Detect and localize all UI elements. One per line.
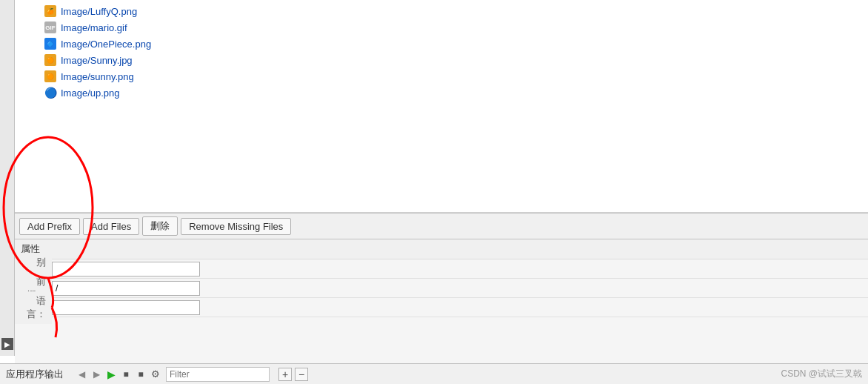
status-bar: 应用程序输出 ◀ ▶ ▶ ■ ■ ⚙ + − CSDN @试试三叉戟 <box>0 363 868 384</box>
file-name: Image/Sunny.jpg <box>61 55 133 66</box>
watermark: CSDN @试试三叉戟 <box>781 368 862 380</box>
stop2-icon[interactable]: ■ <box>135 368 147 380</box>
list-item[interactable]: 🍊 Image/LuffyQ.png <box>15 3 868 19</box>
language-input[interactable] <box>52 300 200 315</box>
plus-minus-area: + − <box>278 368 308 381</box>
file-name: Image/up.png <box>61 87 120 99</box>
file-list-area: 🍊 Image/LuffyQ.png GIF Image/mario.gif 🔷… <box>15 0 868 212</box>
bottom-panel: Add Prefix Add Files 删除 Remove Missing F… <box>15 213 868 384</box>
status-left: 应用程序输出 ◀ ▶ ▶ ■ ■ ⚙ + − <box>6 367 781 382</box>
forward-icon[interactable]: ▶ <box>90 368 102 380</box>
status-label: 应用程序输出 <box>6 368 64 381</box>
properties-header: 属性 <box>15 239 868 259</box>
filter-input[interactable] <box>166 367 270 382</box>
play-icon[interactable]: ▶ <box>105 368 117 380</box>
settings-icon[interactable]: ⚙ <box>150 368 161 380</box>
list-item[interactable]: 🔷 Image/OnePiece.png <box>15 36 868 52</box>
file-type-icon: 🍊 <box>44 5 56 17</box>
file-type-icon: 🟠 <box>44 54 56 66</box>
status-icons: ◀ ▶ ▶ ■ ■ ⚙ <box>76 368 161 380</box>
back-icon[interactable]: ◀ <box>76 368 87 380</box>
plus-button[interactable]: + <box>278 368 292 381</box>
file-name: Image/OnePiece.png <box>61 39 151 50</box>
file-name: Image/sunny.png <box>61 71 134 82</box>
add-prefix-button[interactable]: Add Prefix <box>19 218 80 235</box>
properties-area: 属性 别名： 前缀： 语言： <box>15 239 868 317</box>
list-item[interactable]: 🟠 Image/Sunny.jpg <box>15 52 868 68</box>
file-type-icon: GIF <box>44 21 56 33</box>
file-type-icon: 🟠 <box>44 70 56 82</box>
prefix-row: 前缀： <box>15 279 868 298</box>
add-files-button[interactable]: Add Files <box>83 218 139 235</box>
delete-button[interactable]: 删除 <box>142 216 178 236</box>
list-item[interactable]: 🔵 Image/up.png <box>15 85 868 101</box>
file-name: Image/LuffyQ.png <box>61 6 137 17</box>
minus-button[interactable]: − <box>295 368 308 381</box>
list-item[interactable]: GIF Image/mario.gif <box>15 19 868 36</box>
alias-input[interactable] <box>52 262 200 277</box>
language-label: 语言： <box>15 291 52 324</box>
alias-row: 别名： <box>15 259 868 279</box>
remove-missing-files-button[interactable]: Remove Missing Files <box>181 218 291 235</box>
left-sidebar: ▶ <box>0 0 15 356</box>
toolbar-row: Add Prefix Add Files 删除 Remove Missing F… <box>15 213 868 239</box>
prefix-input[interactable] <box>52 281 200 296</box>
list-item[interactable]: 🟠 Image/sunny.png <box>15 68 868 85</box>
file-name: Image/mario.gif <box>61 22 127 33</box>
language-row: 语言： <box>15 298 868 317</box>
stop-icon[interactable]: ■ <box>120 368 132 380</box>
main-container: ▶ 🍊 Image/LuffyQ.png GIF Image/mario.gif… <box>0 0 868 384</box>
file-type-icon: 🔷 <box>44 38 56 50</box>
file-type-icon: 🔵 <box>44 87 56 99</box>
sidebar-arrow[interactable]: ▶ <box>1 338 13 350</box>
